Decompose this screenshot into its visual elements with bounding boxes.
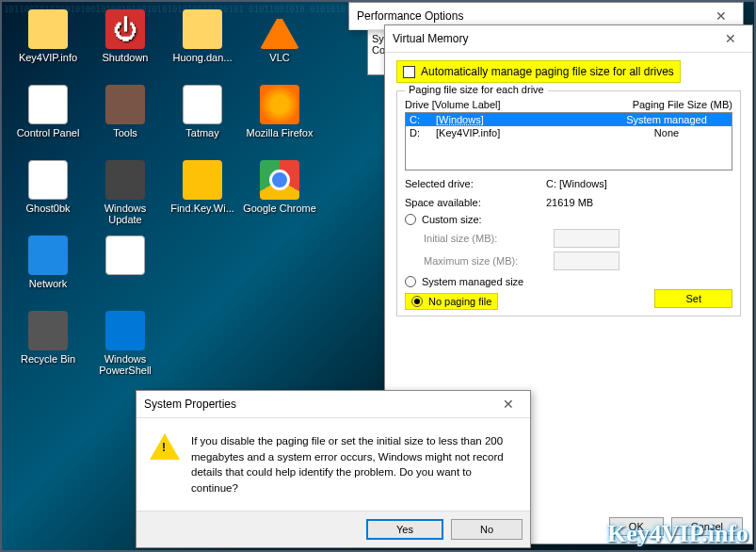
desktop-icon-label: Network — [29, 278, 67, 289]
desktop-icon-label: Google Chrome — [243, 203, 316, 214]
auto-manage-checkbox[interactable] — [403, 66, 415, 78]
auto-manage-label: Automatically manage paging file size fo… — [421, 65, 674, 78]
maximum-size-input[interactable] — [554, 252, 619, 270]
drive-row[interactable]: C:[Windows]System managed — [406, 113, 732, 126]
yes-button[interactable]: Yes — [366, 519, 443, 540]
desktop-icon[interactable]: Find.Key.Wi... — [164, 160, 241, 232]
desktop-icon-label: Windows PowerShell — [87, 353, 164, 376]
desktop-icon[interactable]: Google Chrome — [241, 160, 318, 232]
desktop-icon[interactable]: Windows PowerShell — [87, 311, 164, 382]
desktop-icon-label: VLC — [269, 52, 289, 63]
desktop-icon[interactable]: Windows Update — [87, 160, 164, 232]
desktop-icon-label: Control Panel — [17, 127, 80, 138]
desktop-icon[interactable]: Huong.dan... — [164, 9, 241, 81]
desktop-icon-label: Tools — [113, 127, 137, 138]
desktop-icon-label: Find.Key.Wi... — [170, 203, 234, 214]
initial-size-input[interactable] — [554, 229, 619, 248]
desktop-icon[interactable]: Tatmay — [164, 85, 241, 156]
window-title: System Properties — [144, 398, 236, 411]
desktop-icon-label: Key4VIP.info — [19, 52, 77, 63]
drive-list[interactable]: C:[Windows]System managedD:[Key4VIP.info… — [405, 112, 732, 170]
desktop-icon[interactable]: Recycle Bin — [9, 311, 87, 382]
desktop-icon[interactable] — [87, 235, 164, 307]
desktop-icon-label: Ghost0bk — [25, 203, 70, 214]
desktop-icon-label: Mozilla Firefox — [247, 127, 314, 138]
desktop-icon[interactable]: Network — [9, 235, 87, 307]
desktop-icon-label: Windows Update — [87, 203, 164, 225]
desktop-icon[interactable]: Key4VIP.info — [9, 9, 87, 81]
no-button[interactable]: No — [451, 519, 523, 540]
system-properties-dialog: System Properties ✕ If you disable the p… — [136, 390, 531, 548]
watermark: Key4VIP.info — [607, 520, 748, 548]
drive-row[interactable]: D:[Key4VIP.info]None — [406, 126, 732, 139]
desktop-icon-label: Recycle Bin — [21, 353, 75, 365]
window-title: Performance Options — [357, 9, 463, 23]
auto-manage-highlight: Automatically manage paging file size fo… — [396, 60, 681, 83]
selected-drive-value: C: [Windows] — [546, 178, 607, 189]
desktop-icon[interactable]: Tools — [87, 85, 164, 156]
desktop-icon[interactable]: VLC — [241, 9, 318, 81]
desktop-icon-label: Shutdown — [103, 52, 149, 63]
warning-icon — [150, 433, 180, 463]
paging-file-groupbox: Paging file size for each drive Drive [V… — [396, 90, 741, 317]
window-title: Virtual Memory — [393, 32, 468, 45]
close-icon[interactable]: ✕ — [716, 31, 745, 46]
system-managed-radio[interactable] — [405, 276, 416, 287]
close-icon[interactable]: ✕ — [707, 8, 735, 24]
close-icon[interactable]: ✕ — [494, 397, 523, 412]
custom-size-radio[interactable] — [405, 214, 416, 225]
space-available-value: 21619 MB — [546, 197, 593, 208]
desktop-icon[interactable]: ⏻Shutdown — [87, 9, 164, 81]
desktop-icon[interactable]: Ghost0bk — [9, 160, 87, 232]
set-button[interactable]: Set — [654, 289, 732, 308]
desktop-icon[interactable]: Control Panel — [9, 85, 87, 156]
desktop-icon[interactable]: Mozilla Firefox — [241, 85, 318, 156]
desktop-icon-label: Tatmay — [185, 127, 218, 138]
dialog-message: If you disable the paging file or set th… — [191, 433, 517, 496]
no-paging-radio[interactable] — [411, 296, 423, 307]
desktop-icon-label: Huong.dan... — [173, 52, 233, 63]
